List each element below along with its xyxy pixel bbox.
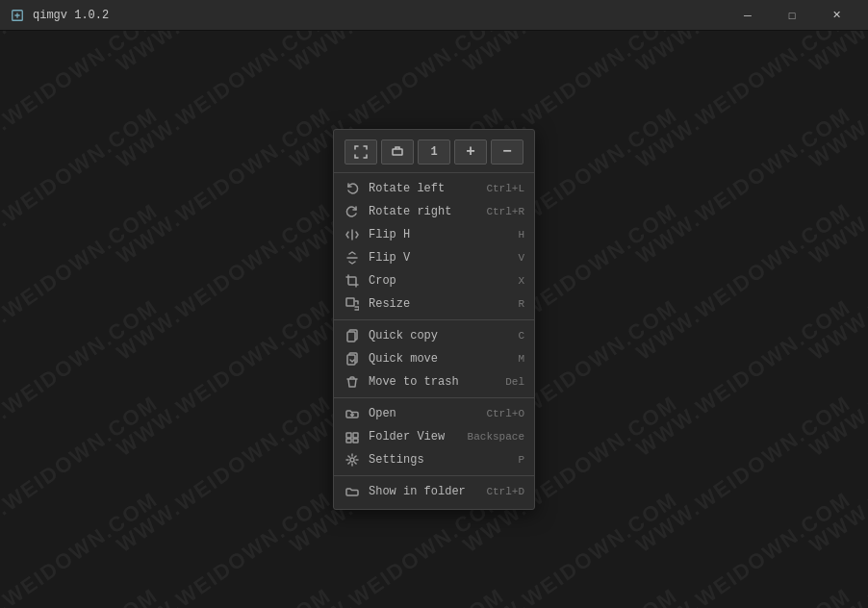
app-title: qimgv 1.0.2 (33, 9, 726, 22)
settings-shortcut: P (518, 454, 524, 466)
flip-v-label: Flip V (369, 251, 508, 265)
titlebar: qimgv 1.0.2 ─ □ ✕ (0, 0, 868, 31)
menu-item-flip-h[interactable]: Flip H H (334, 223, 534, 246)
open-label: Open (369, 407, 476, 420)
flip-h-label: Flip H (369, 228, 508, 241)
menu-item-quick-copy[interactable]: Quick copy C (334, 324, 534, 347)
rotate-left-icon (344, 180, 361, 197)
svg-rect-1 (393, 149, 402, 155)
quick-copy-shortcut: C (518, 330, 524, 342)
minimize-button[interactable]: ─ (726, 0, 770, 31)
separator-2 (334, 397, 534, 398)
settings-icon (344, 451, 361, 469)
quick-move-shortcut: M (518, 353, 524, 365)
quick-move-icon (344, 350, 361, 367)
flip-v-icon (344, 249, 361, 266)
menu-item-settings[interactable]: Settings P (334, 448, 534, 471)
svg-rect-7 (346, 433, 351, 438)
resize-label: Resize (369, 297, 508, 311)
flip-h-shortcut: H (518, 229, 524, 241)
trash-icon (344, 373, 361, 391)
menu-item-quick-move[interactable]: Quick move M (334, 347, 534, 370)
svg-rect-9 (346, 439, 351, 443)
menu-item-crop[interactable]: Crop X (334, 269, 534, 292)
context-menu: 1 + − Rotate left Ctrl+L (333, 129, 535, 510)
open-shortcut: Ctrl+O (486, 408, 524, 419)
rotate-right-icon (344, 203, 361, 220)
main-area: 1 + − Rotate left Ctrl+L (0, 31, 868, 608)
zoom-in-button[interactable]: + (454, 139, 487, 165)
quick-copy-icon (344, 327, 361, 344)
trash-shortcut: Del (505, 376, 524, 388)
show-in-folder-shortcut: Ctrl+D (486, 486, 524, 497)
app-icon (10, 8, 25, 23)
svg-rect-8 (353, 433, 358, 438)
fit-original-button[interactable] (381, 139, 414, 165)
menu-item-flip-v[interactable]: Flip V V (334, 246, 534, 269)
flip-h-icon (344, 226, 361, 243)
close-button[interactable]: ✕ (814, 0, 858, 31)
resize-icon (344, 295, 361, 313)
rotate-right-shortcut: Ctrl+R (486, 206, 524, 217)
menu-item-folder-view[interactable]: Folder View Backspace (334, 425, 534, 448)
rotate-right-label: Rotate right (369, 205, 476, 218)
maximize-button[interactable]: □ (770, 0, 814, 31)
settings-label: Settings (369, 453, 508, 467)
toolbar: 1 + − (334, 136, 534, 173)
svg-rect-2 (346, 298, 354, 306)
flip-v-shortcut: V (518, 252, 524, 264)
menu-item-rotate-right[interactable]: Rotate right Ctrl+R (334, 200, 534, 223)
window-controls: ─ □ ✕ (726, 0, 858, 31)
quick-copy-label: Quick copy (369, 329, 508, 342)
folder-view-icon (344, 428, 361, 445)
rotate-left-shortcut: Ctrl+L (486, 183, 524, 194)
open-icon (344, 405, 361, 422)
svg-rect-4 (347, 332, 355, 342)
trash-label: Move to trash (369, 375, 496, 389)
resize-shortcut: R (518, 298, 524, 310)
show-in-folder-icon (344, 483, 361, 500)
separator-1 (334, 319, 534, 320)
zoom-out-button[interactable]: − (491, 139, 523, 165)
crop-label: Crop (369, 274, 508, 288)
svg-rect-10 (353, 439, 358, 443)
svg-point-11 (350, 458, 354, 462)
menu-item-open[interactable]: Open Ctrl+O (334, 402, 534, 425)
rotate-left-label: Rotate left (369, 182, 476, 195)
folder-view-shortcut: Backspace (468, 431, 524, 443)
folder-view-label: Folder View (369, 430, 458, 443)
show-in-folder-label: Show in folder (369, 485, 476, 498)
quick-move-label: Quick move (369, 352, 508, 366)
menu-item-rotate-left[interactable]: Rotate left Ctrl+L (334, 177, 534, 200)
menu-item-trash[interactable]: Move to trash Del (334, 370, 534, 393)
zoom-100-button[interactable]: 1 (418, 139, 450, 165)
separator-3 (334, 475, 534, 476)
menu-item-resize[interactable]: Resize R (334, 292, 534, 316)
fullscreen-button[interactable] (345, 139, 377, 165)
crop-icon (344, 272, 361, 290)
menu-item-show-in-folder[interactable]: Show in folder Ctrl+D (334, 480, 534, 503)
crop-shortcut: X (518, 275, 524, 287)
